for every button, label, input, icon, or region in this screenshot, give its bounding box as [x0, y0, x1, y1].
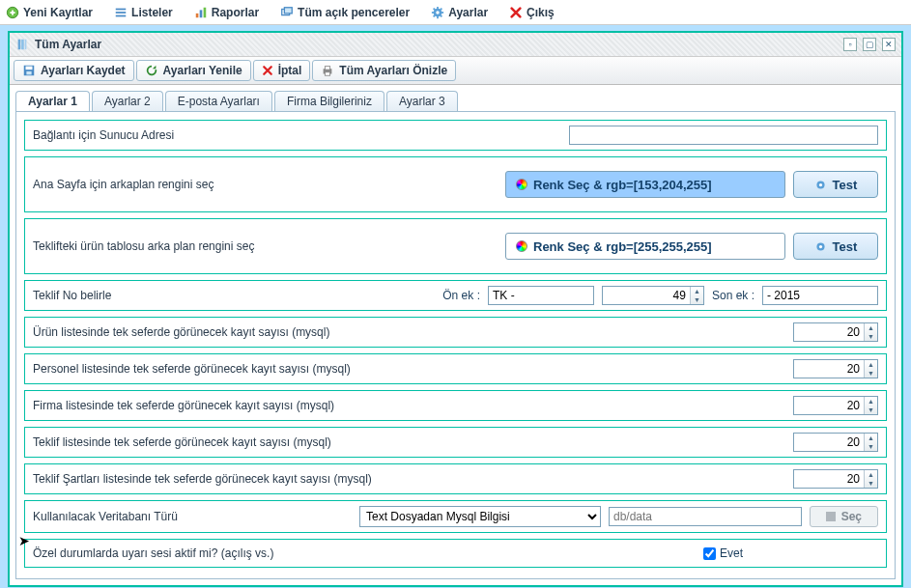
- offer-bg-test-button[interactable]: Test: [793, 233, 878, 260]
- server-address-input[interactable]: [569, 126, 878, 145]
- firma-list-spinner[interactable]: ▲▼: [793, 396, 878, 415]
- alert-sound-checkbox[interactable]: [703, 547, 716, 560]
- db-path-input[interactable]: [609, 507, 802, 526]
- homepage-bg-label: Ana Sayfa için arkaplan rengini seç: [33, 178, 214, 191]
- tab-firma[interactable]: Firma Bilgileriniz: [274, 91, 384, 111]
- refresh-icon: [145, 64, 158, 77]
- svg-line-15: [434, 8, 436, 10]
- menu-label: Ayarlar: [448, 6, 488, 19]
- save-icon: [22, 64, 36, 77]
- offer-counter-spinner[interactable]: ▲▼: [602, 286, 704, 305]
- menu-open-windows[interactable]: Tüm açık pencereler: [280, 6, 410, 19]
- color-swatch-icon: [516, 179, 527, 190]
- row-firma-list: Firma listesinde tek seferde görünecek k…: [24, 390, 887, 421]
- firma-list-input[interactable]: [794, 397, 864, 414]
- svg-rect-20: [21, 40, 24, 50]
- menu-settings[interactable]: Ayarlar: [431, 6, 488, 19]
- urun-list-input[interactable]: [794, 323, 864, 341]
- settings-window-icon: [15, 38, 29, 51]
- teklif-sart-label: Teklif Şartları listesinde tek seferde g…: [33, 472, 372, 486]
- prefix-input[interactable]: [488, 286, 594, 305]
- personel-list-label: Personel listesinde tek seferde görünece…: [33, 362, 351, 376]
- spinner-up-icon[interactable]: ▲: [865, 360, 877, 369]
- svg-rect-2: [116, 12, 127, 14]
- menu-label: Tüm açık pencereler: [298, 6, 410, 19]
- offer-counter-input[interactable]: [603, 287, 690, 304]
- spinner-up-icon[interactable]: ▲: [865, 397, 877, 406]
- db-select-button: Seç: [810, 506, 878, 527]
- svg-point-10: [436, 11, 440, 14]
- windows-icon: [280, 6, 294, 19]
- spinner-down-icon[interactable]: ▼: [865, 369, 877, 378]
- save-settings-button[interactable]: Ayarları Kaydet: [14, 60, 134, 81]
- cancel-button[interactable]: İptal: [253, 60, 311, 81]
- window-close-icon[interactable]: ✕: [882, 38, 896, 51]
- spinner-down-icon[interactable]: ▼: [865, 332, 877, 341]
- svg-rect-8: [284, 7, 292, 13]
- menu-lists[interactable]: Listeler: [114, 6, 173, 19]
- settings-window: Tüm Ayarlar ▫ ▢ ✕ Ayarları Kaydet Ayarla…: [8, 31, 903, 587]
- tab-ayarlar-2[interactable]: Ayarlar 2: [92, 91, 163, 111]
- refresh-settings-label: Ayarları Yenile: [163, 64, 242, 77]
- menu-exit[interactable]: Çıkış: [509, 6, 555, 19]
- personel-list-input[interactable]: [794, 360, 864, 378]
- suffix-label: Son ek :: [712, 289, 754, 302]
- teklif-list-input[interactable]: [794, 434, 864, 451]
- tab-ayarlar-3[interactable]: Ayarlar 3: [386, 91, 458, 111]
- row-db-type: Kullanılacak Veritabanı Türü Text Dosyad…: [24, 500, 887, 533]
- svg-rect-23: [26, 67, 33, 70]
- teklif-sart-spinner[interactable]: ▲▼: [793, 469, 878, 489]
- svg-rect-19: [18, 40, 21, 50]
- alert-sound-check-label: Evet: [720, 546, 743, 560]
- spinner-down-icon[interactable]: ▼: [865, 442, 877, 451]
- offer-bg-color-text: Renk Seç & rgb=[255,255,255]: [533, 239, 712, 254]
- spinner-down-icon[interactable]: ▼: [865, 406, 877, 414]
- prefix-label: Ön ek :: [442, 289, 480, 302]
- menu-new-records[interactable]: Yeni Kayıtlar: [6, 6, 93, 19]
- homepage-bg-color-text: Renk Seç & rgb=[153,204,255]: [533, 178, 712, 192]
- svg-rect-24: [26, 71, 31, 75]
- spinner-up-icon[interactable]: ▲: [865, 323, 877, 332]
- db-select-label: Seç: [841, 510, 862, 523]
- firma-list-label: Firma listesinde tek seferde görünecek k…: [33, 399, 334, 412]
- menu-label: Çıkış: [527, 6, 555, 19]
- menu-label: Listeler: [131, 6, 173, 19]
- tab-eposta[interactable]: E-posta Ayarları: [165, 91, 272, 111]
- urun-list-label: Ürün listesinde tek seferde görünecek ka…: [33, 325, 329, 339]
- refresh-settings-button[interactable]: Ayarları Yenile: [136, 60, 251, 81]
- spinner-up-icon[interactable]: ▲: [691, 287, 703, 295]
- alert-sound-check-wrap[interactable]: Evet: [703, 546, 743, 560]
- row-urun-list: Ürün listesinde tek seferde görünecek ka…: [24, 317, 887, 348]
- window-titlebar: Tüm Ayarlar ▫ ▢ ✕: [10, 33, 901, 57]
- teklif-list-spinner[interactable]: ▲▼: [793, 433, 878, 452]
- teklif-list-label: Teklif listesinde tek seferde görünecek …: [33, 435, 331, 449]
- preview-settings-label: Tüm Ayarları Önizle: [339, 64, 447, 77]
- menu-reports[interactable]: Raporlar: [194, 6, 259, 19]
- svg-point-29: [818, 182, 821, 185]
- settings-toolbar: Ayarları Kaydet Ayarları Yenile İptal Tü…: [10, 57, 901, 85]
- cancel-icon: [262, 65, 273, 76]
- alert-sound-label: Özel durumlarda uyarı sesi aktif mi? (aç…: [33, 546, 273, 560]
- teklif-sart-input[interactable]: [794, 470, 864, 488]
- window-minimize-icon[interactable]: ▫: [843, 38, 857, 51]
- db-type-select[interactable]: Text Dosyadan Mysql Bilgisi: [359, 506, 601, 527]
- tab-ayarlar-1[interactable]: Ayarlar 1: [15, 91, 90, 111]
- window-maximize-icon[interactable]: ▢: [863, 38, 876, 51]
- offer-bg-label: Teklifteki ürün tablosu arka plan rengin…: [33, 239, 254, 253]
- personel-list-spinner[interactable]: ▲▼: [793, 359, 878, 378]
- suffix-input[interactable]: [762, 286, 878, 305]
- urun-list-spinner[interactable]: ▲▼: [793, 322, 878, 342]
- spinner-up-icon[interactable]: ▲: [865, 434, 877, 442]
- spinner-up-icon[interactable]: ▲: [865, 470, 877, 479]
- color-swatch-icon: [516, 240, 527, 252]
- print-preview-icon: [321, 64, 334, 77]
- menu-label: Raporlar: [212, 6, 259, 19]
- gear-icon: [814, 179, 827, 191]
- homepage-bg-color-button[interactable]: Renk Seç & rgb=[153,204,255]: [505, 171, 785, 198]
- spinner-down-icon[interactable]: ▼: [691, 295, 703, 304]
- offer-bg-color-button[interactable]: Renk Seç & rgb=[255,255,255]: [505, 233, 785, 260]
- preview-settings-button[interactable]: Tüm Ayarları Önizle: [312, 60, 456, 81]
- spinner-down-icon[interactable]: ▼: [865, 479, 877, 488]
- svg-line-18: [441, 8, 442, 10]
- homepage-bg-test-button[interactable]: Test: [793, 171, 878, 198]
